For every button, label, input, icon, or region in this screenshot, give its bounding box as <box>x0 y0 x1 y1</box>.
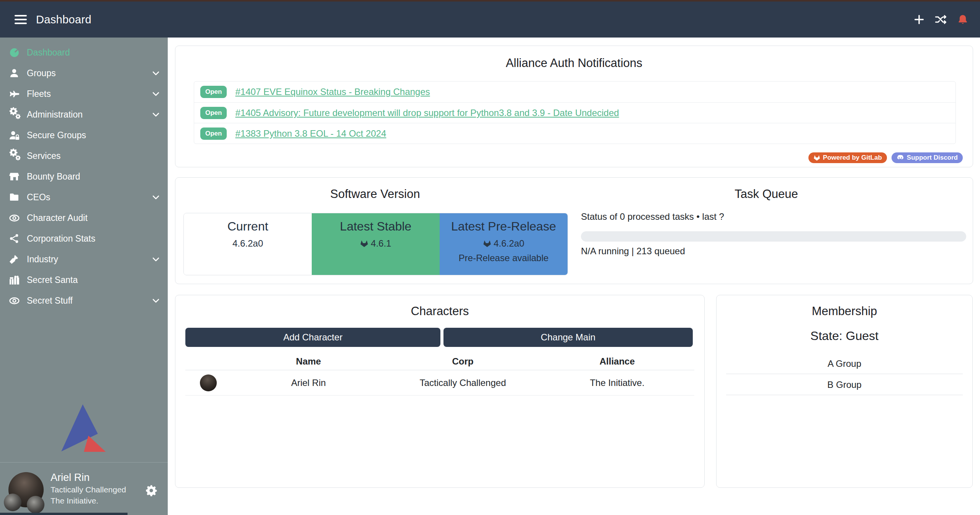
version-stable-label: Latest Stable <box>312 219 440 234</box>
navbar-actions <box>913 14 980 25</box>
top-navbar: Dashboard <box>0 2 980 38</box>
sidebar-item-label: Secret Stuff <box>27 296 152 306</box>
gifts-icon <box>9 275 27 285</box>
sidebar-item-ceos[interactable]: CEOs <box>0 187 168 208</box>
sidebar-item-services[interactable]: Services <box>0 146 168 166</box>
fighter-jet-icon <box>9 89 27 99</box>
sidebar-item-label: Industry <box>27 254 152 265</box>
version-prerelease-value: 4.6.2a0 <box>494 238 524 249</box>
gitlab-badge[interactable]: Powered by GitLab <box>808 152 887 163</box>
eye-icon <box>9 296 27 306</box>
sidebar-item-label: Administration <box>27 110 152 120</box>
chevron-down-icon <box>152 257 159 262</box>
sidebar-item-bounty-board[interactable]: Bounty Board <box>0 166 168 187</box>
sidebar-item-corporation-stats[interactable]: Corporation Stats <box>0 228 168 249</box>
membership-panel: Membership State: Guest A Group B Group <box>716 295 973 488</box>
sidebar-item-label: Character Audit <box>27 213 159 223</box>
notifications-bell-icon[interactable] <box>957 14 969 25</box>
notification-link[interactable]: #1383 Python 3.8 EOL - 14 Oct 2024 <box>235 128 386 139</box>
add-character-button[interactable]: Add Character <box>185 328 440 347</box>
table-row: Ariel Rin Tactically Challenged The Init… <box>185 370 694 396</box>
sidebar-item-secure-groups[interactable]: Secure Groups <box>0 125 168 146</box>
chevron-down-icon <box>152 195 159 199</box>
sidebar-item-dashboard[interactable]: Dashboard <box>0 42 168 63</box>
status-badge: Open <box>200 107 227 119</box>
version-stable-value: 4.6.1 <box>371 238 391 249</box>
gauge-icon <box>9 47 27 58</box>
change-main-button[interactable]: Change Main <box>443 328 693 347</box>
column-header-name: Name <box>231 356 386 367</box>
sidebar-item-label: Bounty Board <box>27 172 159 182</box>
version-prerelease-label: Latest Pre-Release <box>440 219 568 234</box>
discord-badge-label: Support Discord <box>907 154 958 162</box>
sidebar-item-administration[interactable]: Administration <box>0 104 168 125</box>
user-lock-icon <box>9 130 27 141</box>
settings-gear-icon[interactable] <box>146 485 157 496</box>
sidebar-item-secret-santa[interactable]: Secret Santa <box>0 270 168 290</box>
user-corp: Tactically Challenged <box>51 484 126 495</box>
notification-row: Open #1407 EVE Equinox Status - Breaking… <box>194 82 955 102</box>
version-table: Current 4.6.2a0 Latest Stable 4.6.1 Late… <box>183 213 568 275</box>
gitlab-fox-icon <box>360 239 368 248</box>
task-queue-status: Status of 0 processed tasks • last ? <box>581 211 724 222</box>
task-progress-bar <box>581 231 966 242</box>
folder-icon <box>9 192 27 202</box>
sidebar-item-label: CEOs <box>27 192 152 203</box>
alliance-logo-badge <box>27 496 44 513</box>
corp-logo-badge <box>4 494 21 511</box>
sidebar-item-fleets[interactable]: Fleets <box>0 83 168 104</box>
character-name: Ariel Rin <box>231 378 386 388</box>
shuffle-icon[interactable] <box>935 14 947 25</box>
discord-icon <box>897 155 904 161</box>
sidebar-divider <box>0 462 168 463</box>
sidebar-item-label: Corporation Stats <box>27 234 159 244</box>
gitlab-fox-icon <box>483 239 491 248</box>
gears-icon <box>9 151 27 160</box>
notifications-panel: Alliance Auth Notifications Open #1407 E… <box>175 46 973 167</box>
software-version-title: Software Version <box>175 187 575 201</box>
discord-badge[interactable]: Support Discord <box>892 152 963 163</box>
sidebar-item-label: Groups <box>27 68 152 78</box>
version-prerelease-cell: Latest Pre-Release 4.6.2a0 Pre-Release a… <box>440 213 568 275</box>
group-row: B Group <box>726 374 963 395</box>
notifications-title: Alliance Auth Notifications <box>175 56 973 70</box>
membership-groups: A Group B Group <box>726 353 963 395</box>
software-taskqueue-panel: Software Version Task Queue Current 4.6.… <box>175 177 973 284</box>
version-current-label: Current <box>184 219 312 234</box>
status-badge: Open <box>200 128 227 140</box>
sidebar-item-label: Services <box>27 151 159 161</box>
share-icon <box>9 234 27 244</box>
notification-link[interactable]: #1407 EVE Equinox Status - Breaking Chan… <box>235 87 430 97</box>
sidebar-item-groups[interactable]: Groups <box>0 63 168 83</box>
hammer-icon <box>9 254 27 264</box>
character-avatar <box>200 374 217 391</box>
user-alliance: The Initiative. <box>51 495 126 506</box>
chevron-down-icon <box>152 92 159 96</box>
footer-badges: Powered by GitLab Support Discord <box>808 152 963 163</box>
group-row: A Group <box>726 353 963 374</box>
version-stable-cell: Latest Stable 4.6.1 <box>312 213 440 275</box>
sidebar-item-character-audit[interactable]: Character Audit <box>0 208 168 228</box>
add-icon[interactable] <box>913 14 925 25</box>
chevron-down-icon <box>152 299 159 303</box>
characters-title: Characters <box>175 304 704 318</box>
status-badge: Open <box>200 86 227 98</box>
character-alliance: The Initiative. <box>540 378 694 388</box>
version-current-cell: Current 4.6.2a0 <box>184 213 312 275</box>
chevron-down-icon <box>152 71 159 75</box>
characters-panel: Characters Add Character Change Main Nam… <box>175 295 705 488</box>
notification-row: Open #1383 Python 3.8 EOL - 14 Oct 2024 <box>194 123 955 144</box>
user-panel: Ariel Rin Tactically Challenged The Init… <box>0 470 168 512</box>
sidebar-item-label: Dashboard <box>27 47 159 58</box>
user-icon <box>9 68 27 78</box>
membership-state: State: Guest <box>717 329 972 343</box>
menu-toggle-icon[interactable] <box>15 13 28 26</box>
chevron-down-icon <box>152 113 159 117</box>
sidebar-item-industry[interactable]: Industry <box>0 249 168 270</box>
sidebar-nav: Dashboard Groups Fleets Administration <box>0 38 168 311</box>
sidebar-item-secret-stuff[interactable]: Secret Stuff <box>0 290 168 311</box>
page: Dashboard Dashboard Groups Fleets <box>0 0 980 515</box>
notification-link[interactable]: #1405 Advisory: Future development will … <box>235 108 619 118</box>
gitlab-badge-label: Powered by GitLab <box>823 154 882 162</box>
gears-icon <box>9 110 27 119</box>
